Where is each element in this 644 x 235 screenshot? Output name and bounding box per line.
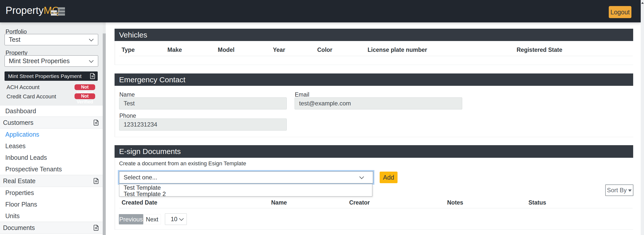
vehicles-section: Vehicles Type Make Model Year Color Lice… [115, 29, 633, 65]
column-header-type: Type [122, 47, 135, 53]
emergency-contact-form: Name Email Phone [115, 86, 633, 137]
page-size-select[interactable]: 10 [165, 213, 187, 225]
sidebar-item-label: Documents [3, 224, 35, 231]
credit-card-status-badge: Not Verified [75, 93, 95, 99]
sort-by-button[interactable]: Sort By [605, 184, 633, 196]
caret-down-icon [628, 189, 632, 192]
column-header-notes: Notes [447, 199, 463, 206]
file-lines-icon [90, 73, 95, 79]
vehicles-table: Type Make Model Year Color License plate… [115, 41, 633, 65]
sidebar-item-floor-plans[interactable]: Floor Plans [0, 199, 103, 210]
chevron-down-icon [179, 216, 184, 221]
esign-template-option[interactable]: Test Template [119, 184, 372, 191]
chevron-down-icon [89, 58, 93, 63]
column-header-creator: Creator [349, 199, 370, 206]
esign-template-select-value: Select one... [124, 174, 157, 181]
sidebar-item-label: Customers [3, 119, 33, 126]
bar-chart-icon [51, 7, 65, 16]
sidebar-item-properties[interactable]: Properties [0, 187, 103, 199]
sidebar-item-documents[interactable]: Documents [0, 222, 103, 234]
page-size-value: 10 [171, 216, 177, 222]
column-header-make: Make [167, 47, 182, 53]
table-header-divider [119, 56, 633, 56]
sidebar-filters: Portfolio Test Property Mint Street Prop… [0, 22, 103, 105]
brand-property: Property [6, 5, 44, 16]
ach-status-badge: Not Verified [75, 84, 95, 90]
sidebar-item-leases[interactable]: Leases [0, 140, 103, 152]
column-header-registered-state: Registered State [517, 47, 562, 53]
sidebar-item-inbound-leads[interactable]: Inbound Leads [0, 152, 103, 163]
name-field[interactable] [119, 97, 287, 109]
email-field[interactable] [295, 97, 462, 109]
sidebar-item-label: Applications [5, 131, 39, 138]
portfolio-select-value: Test [9, 36, 20, 43]
phone-label: Phone [119, 112, 136, 119]
arrow-up-icon [641, 2, 644, 4]
column-header-year: Year [273, 47, 285, 53]
esign-template-option[interactable]: Test Template 2 [119, 191, 372, 197]
page-scrollbar[interactable] [641, 0, 644, 235]
sidebar-item-label: Prospective Tenants [5, 166, 62, 173]
column-header-status: Status [528, 199, 546, 206]
sidebar-item-label: Real Estate [3, 177, 35, 185]
chevron-down-icon [89, 37, 93, 41]
logout-button[interactable]: Logout [609, 6, 631, 18]
top-navbar: PropertyMQ Logout [0, 0, 641, 22]
portfolio-select[interactable]: Test [5, 34, 98, 45]
name-label: Name [119, 91, 135, 98]
sidebar-item-applications[interactable]: Applications [0, 129, 103, 140]
esign-documents-header: E-sign Documents [115, 145, 633, 158]
property-select-value: Mint Street Properties [9, 57, 70, 64]
column-header-created-date: Created Date [122, 199, 157, 206]
credit-card-account-label: Credit Card Account [7, 93, 56, 100]
sidebar-item-label: Units [5, 212, 20, 220]
sidebar-item-customers[interactable]: Customers [0, 116, 103, 129]
emergency-contact-section: Emergency Contact Name Email Phone [115, 73, 633, 137]
column-header-color: Color [317, 47, 332, 53]
sidebar-item-label: Inbound Leads [5, 154, 47, 161]
sidebar-item-label: Leases [5, 142, 26, 150]
esign-helper-text: Create a document from an existing Esign… [119, 160, 246, 167]
next-page-button[interactable]: Next [143, 214, 161, 224]
column-header-model: Model [218, 47, 234, 53]
sidebar-item-prospective-tenants[interactable]: Prospective Tenants [0, 163, 103, 175]
sidebar-item-real-estate[interactable]: Real Estate [0, 175, 103, 187]
property-select[interactable]: Mint Street Properties [5, 55, 98, 67]
file-lines-icon [94, 178, 99, 184]
sort-by-label: Sort By [607, 187, 627, 193]
sidebar-scrollbar[interactable] [103, 22, 106, 235]
sidebar-item-label: Properties [5, 189, 34, 197]
table-header-divider [119, 208, 633, 208]
email-label: Email [295, 91, 309, 98]
column-header-name: Name [271, 199, 287, 206]
esign-template-select[interactable]: Select one... [119, 171, 373, 183]
file-lines-icon [94, 225, 99, 231]
phone-field[interactable] [119, 119, 287, 131]
sidebar-scrollbar-thumb[interactable] [103, 33, 106, 235]
previous-page-button[interactable]: Previous [119, 214, 143, 224]
sidebar-item-units[interactable]: Units [0, 210, 103, 222]
sidebar-item-label: Dashboard [5, 107, 36, 115]
vehicles-section-header: Vehicles [115, 29, 633, 41]
esign-documents-section: E-sign Documents Create a document from … [115, 145, 633, 230]
payment-accounts-button[interactable]: Mint Street Properties Payment Accounts [5, 71, 98, 81]
sidebar-menu: Dashboard Customers Applications Leases … [0, 105, 103, 234]
esign-template-option-list: Test Template Test Template 2 [119, 184, 372, 197]
column-header-license: License plate number [368, 47, 427, 53]
sidebar-item-dashboard[interactable]: Dashboard [0, 105, 103, 116]
sidebar: Portfolio Test Property Mint Street Prop… [0, 22, 106, 235]
chevron-down-icon [359, 174, 364, 179]
sidebar-item-label: Floor Plans [5, 201, 37, 208]
emergency-contact-header: Emergency Contact [115, 73, 633, 86]
file-lines-icon [94, 120, 99, 126]
ach-account-label: ACH Account [7, 84, 40, 91]
add-button[interactable]: Add [380, 172, 398, 183]
esign-documents-body: Create a document from an existing Esign… [115, 158, 633, 230]
